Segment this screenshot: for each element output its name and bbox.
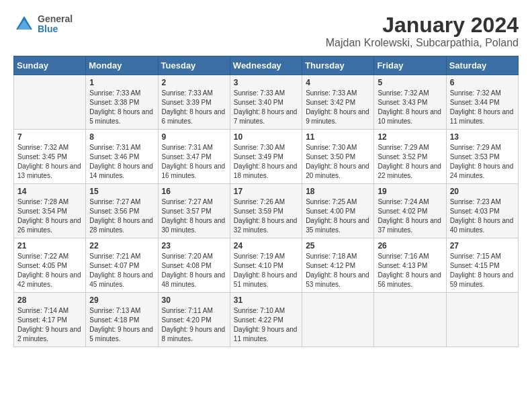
day-number: 12 <box>378 132 442 142</box>
page-header: General Blue January 2024 Majdan Krolews… <box>13 13 519 49</box>
day-info: Sunrise: 7:33 AMSunset: 3:38 PMDaylight:… <box>89 89 154 126</box>
header-day-monday: Monday <box>86 56 158 75</box>
day-info: Sunrise: 7:33 AMSunset: 3:42 PMDaylight:… <box>306 89 370 126</box>
day-info: Sunrise: 7:30 AMSunset: 3:50 PMDaylight:… <box>306 143 370 181</box>
day-info: Sunrise: 7:13 AMSunset: 4:18 PMDaylight:… <box>89 306 154 344</box>
week-row-0: 1Sunrise: 7:33 AMSunset: 3:38 PMDaylight… <box>14 75 519 130</box>
day-cell: 12Sunrise: 7:29 AMSunset: 3:52 PMDayligh… <box>374 130 446 184</box>
logo-icon <box>13 13 35 35</box>
day-info: Sunrise: 7:28 AMSunset: 3:54 PMDaylight:… <box>17 197 82 235</box>
day-number: 30 <box>162 295 226 305</box>
header-day-thursday: Thursday <box>302 56 374 75</box>
day-cell: 16Sunrise: 7:27 AMSunset: 3:57 PMDayligh… <box>158 184 230 238</box>
day-cell <box>302 293 374 347</box>
header-day-friday: Friday <box>374 56 446 75</box>
day-number: 9 <box>162 132 226 142</box>
day-info: Sunrise: 7:33 AMSunset: 3:39 PMDaylight:… <box>162 89 226 126</box>
day-cell: 30Sunrise: 7:11 AMSunset: 4:20 PMDayligh… <box>158 293 230 347</box>
day-number: 10 <box>234 132 298 142</box>
day-number: 19 <box>378 187 442 196</box>
calendar-title: January 2024 <box>326 13 519 37</box>
day-number: 31 <box>234 295 298 305</box>
day-cell: 10Sunrise: 7:30 AMSunset: 3:49 PMDayligh… <box>230 130 302 184</box>
day-cell: 20Sunrise: 7:23 AMSunset: 4:03 PMDayligh… <box>446 184 518 238</box>
day-number: 20 <box>450 187 515 196</box>
day-info: Sunrise: 7:31 AMSunset: 3:46 PMDaylight:… <box>89 143 154 181</box>
day-info: Sunrise: 7:24 AMSunset: 4:02 PMDaylight:… <box>378 197 442 235</box>
day-cell <box>374 293 446 347</box>
day-cell: 13Sunrise: 7:29 AMSunset: 3:53 PMDayligh… <box>446 130 518 184</box>
day-cell <box>14 75 86 130</box>
week-row-4: 28Sunrise: 7:14 AMSunset: 4:17 PMDayligh… <box>14 293 519 347</box>
day-cell: 27Sunrise: 7:15 AMSunset: 4:15 PMDayligh… <box>446 238 518 293</box>
day-info: Sunrise: 7:27 AMSunset: 3:57 PMDaylight:… <box>162 197 226 235</box>
day-number: 8 <box>89 132 154 142</box>
day-cell: 1Sunrise: 7:33 AMSunset: 3:38 PMDaylight… <box>86 75 158 130</box>
day-info: Sunrise: 7:11 AMSunset: 4:20 PMDaylight:… <box>162 306 226 344</box>
day-cell: 26Sunrise: 7:16 AMSunset: 4:13 PMDayligh… <box>374 238 446 293</box>
logo-general: General <box>38 14 73 24</box>
day-info: Sunrise: 7:31 AMSunset: 3:47 PMDaylight:… <box>162 143 226 181</box>
day-info: Sunrise: 7:19 AMSunset: 4:10 PMDaylight:… <box>234 252 298 289</box>
header-row: SundayMondayTuesdayWednesdayThursdayFrid… <box>14 56 519 75</box>
day-info: Sunrise: 7:32 AMSunset: 3:44 PMDaylight:… <box>450 89 515 126</box>
day-info: Sunrise: 7:32 AMSunset: 3:43 PMDaylight:… <box>378 89 442 126</box>
day-cell: 29Sunrise: 7:13 AMSunset: 4:18 PMDayligh… <box>86 293 158 347</box>
header-day-saturday: Saturday <box>446 56 518 75</box>
day-number: 1 <box>89 78 154 87</box>
day-info: Sunrise: 7:27 AMSunset: 3:56 PMDaylight:… <box>89 197 154 235</box>
day-info: Sunrise: 7:21 AMSunset: 4:07 PMDaylight:… <box>89 252 154 289</box>
logo-text: General Blue <box>38 14 73 35</box>
day-info: Sunrise: 7:25 AMSunset: 4:00 PMDaylight:… <box>306 197 370 235</box>
day-number: 6 <box>450 78 515 87</box>
day-number: 13 <box>450 132 515 142</box>
day-info: Sunrise: 7:26 AMSunset: 3:59 PMDaylight:… <box>234 197 298 235</box>
day-cell: 3Sunrise: 7:33 AMSunset: 3:40 PMDaylight… <box>230 75 302 130</box>
day-cell: 14Sunrise: 7:28 AMSunset: 3:54 PMDayligh… <box>14 184 86 238</box>
day-info: Sunrise: 7:30 AMSunset: 3:49 PMDaylight:… <box>234 143 298 181</box>
day-number: 5 <box>378 78 442 87</box>
day-cell: 31Sunrise: 7:10 AMSunset: 4:22 PMDayligh… <box>230 293 302 347</box>
day-info: Sunrise: 7:20 AMSunset: 4:08 PMDaylight:… <box>162 252 226 289</box>
day-cell: 17Sunrise: 7:26 AMSunset: 3:59 PMDayligh… <box>230 184 302 238</box>
logo: General Blue <box>13 13 73 35</box>
day-cell: 9Sunrise: 7:31 AMSunset: 3:47 PMDaylight… <box>158 130 230 184</box>
day-cell: 7Sunrise: 7:32 AMSunset: 3:45 PMDaylight… <box>14 130 86 184</box>
day-number: 23 <box>162 241 226 250</box>
day-cell: 21Sunrise: 7:22 AMSunset: 4:05 PMDayligh… <box>14 238 86 293</box>
day-info: Sunrise: 7:32 AMSunset: 3:45 PMDaylight:… <box>17 143 82 181</box>
day-cell: 28Sunrise: 7:14 AMSunset: 4:17 PMDayligh… <box>14 293 86 347</box>
day-number: 16 <box>162 187 226 196</box>
day-info: Sunrise: 7:10 AMSunset: 4:22 PMDaylight:… <box>234 306 298 344</box>
day-cell <box>446 293 518 347</box>
logo-blue: Blue <box>38 24 73 34</box>
day-cell: 2Sunrise: 7:33 AMSunset: 3:39 PMDaylight… <box>158 75 230 130</box>
day-number: 2 <box>162 78 226 87</box>
day-cell: 25Sunrise: 7:18 AMSunset: 4:12 PMDayligh… <box>302 238 374 293</box>
day-cell: 18Sunrise: 7:25 AMSunset: 4:00 PMDayligh… <box>302 184 374 238</box>
day-info: Sunrise: 7:15 AMSunset: 4:15 PMDaylight:… <box>450 252 515 289</box>
day-number: 18 <box>306 187 370 196</box>
day-cell: 19Sunrise: 7:24 AMSunset: 4:02 PMDayligh… <box>374 184 446 238</box>
day-number: 11 <box>306 132 370 142</box>
day-cell: 15Sunrise: 7:27 AMSunset: 3:56 PMDayligh… <box>86 184 158 238</box>
day-cell: 22Sunrise: 7:21 AMSunset: 4:07 PMDayligh… <box>86 238 158 293</box>
day-number: 22 <box>89 241 154 250</box>
calendar-subtitle: Majdan Krolewski, Subcarpathia, Poland <box>326 37 519 49</box>
day-number: 7 <box>17 132 82 142</box>
day-info: Sunrise: 7:16 AMSunset: 4:13 PMDaylight:… <box>378 252 442 289</box>
day-number: 28 <box>17 295 82 305</box>
week-row-3: 21Sunrise: 7:22 AMSunset: 4:05 PMDayligh… <box>14 238 519 293</box>
day-info: Sunrise: 7:29 AMSunset: 3:52 PMDaylight:… <box>378 143 442 181</box>
day-cell: 11Sunrise: 7:30 AMSunset: 3:50 PMDayligh… <box>302 130 374 184</box>
day-number: 4 <box>306 78 370 87</box>
day-number: 24 <box>234 241 298 250</box>
day-info: Sunrise: 7:23 AMSunset: 4:03 PMDaylight:… <box>450 197 515 235</box>
calendar-table: SundayMondayTuesdayWednesdayThursdayFrid… <box>13 56 519 347</box>
header-day-sunday: Sunday <box>14 56 86 75</box>
day-number: 21 <box>17 241 82 250</box>
week-row-1: 7Sunrise: 7:32 AMSunset: 3:45 PMDaylight… <box>14 130 519 184</box>
day-number: 29 <box>89 295 154 305</box>
day-cell: 5Sunrise: 7:32 AMSunset: 3:43 PMDaylight… <box>374 75 446 130</box>
day-number: 15 <box>89 187 154 196</box>
